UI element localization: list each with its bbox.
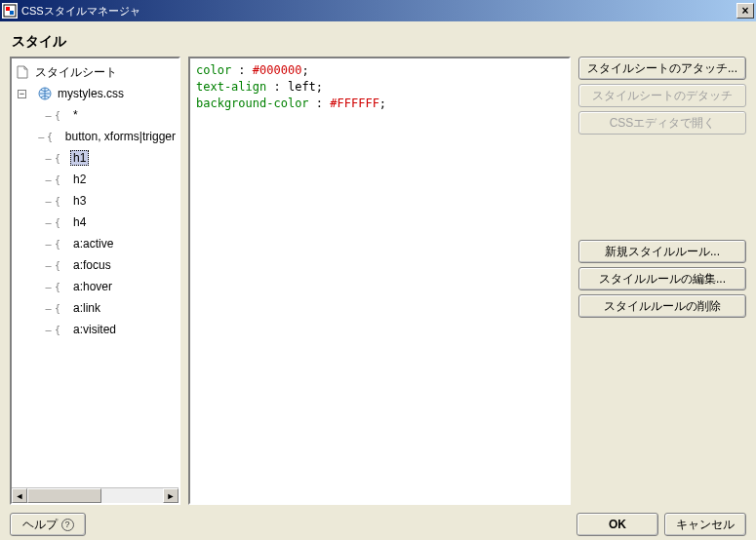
document-icon [16,65,29,79]
page-heading: スタイル [10,27,746,57]
detach-stylesheet-button: スタイルシートのデタッチ [578,84,746,107]
new-style-rule-button[interactable]: 新規スタイルルール... [578,240,746,263]
tree-rule[interactable]: –{ }h1 [15,147,179,169]
tree-branch-icon: – [44,195,53,207]
scroll-thumb[interactable] [27,488,101,503]
svg-text:{ }: { } [55,196,67,207]
edit-style-rule-button[interactable]: スタイルルールの編集... [578,267,746,290]
horizontal-scrollbar[interactable]: ◄ ► [12,487,179,503]
css-value: #000000 [253,63,302,77]
css-declaration: background-color : #FFFFFF; [196,96,563,112]
tree-rule-label: a:link [70,300,103,316]
svg-text:{ }: { } [55,239,67,250]
open-css-editor-button: CSSエディタで開く [578,111,746,135]
tree-file[interactable]: − mystyles.css [15,83,179,104]
tree-rule[interactable]: –{ }* [15,104,179,126]
tree-branch-icon: – [44,281,53,292]
css-value: left [288,80,316,94]
tree-rule[interactable]: –{ }h4 [15,212,179,233]
tree-rule[interactable]: –{ }a:focus [15,254,179,276]
delete-style-rule-button[interactable]: スタイルルールの削除 [578,294,746,318]
tree-rule-label: a:active [70,236,116,251]
tree-rule-label: a:focus [70,257,114,273]
css-property: text-align [196,80,266,94]
close-button[interactable]: × [736,3,754,19]
svg-text:{ }: { } [55,282,67,292]
css-rule-icon: { } [46,130,60,143]
tree-rule-label: a:visited [70,322,119,337]
svg-rect-2 [10,11,14,15]
svg-text:{ }: { } [55,153,67,164]
tree-rule[interactable]: –{ }button, xforms|trigger [15,126,179,147]
tree-rule[interactable]: –{ }h2 [15,169,179,190]
scroll-left-button[interactable]: ◄ [12,488,27,503]
tree-rule-label: * [70,107,81,123]
tree-branch-icon: – [44,152,53,164]
tree-rule[interactable]: –{ }a:visited [15,319,179,340]
tree-root[interactable]: スタイルシート [15,61,179,83]
svg-rect-1 [6,7,10,11]
tree-branch-icon: – [44,302,53,314]
help-label: ヘルプ [22,517,58,533]
app-icon [2,3,18,19]
svg-text:{ }: { } [55,217,67,228]
stylesheet-tree[interactable]: スタイルシート − mystyles.css –{ }*–{ }button, … [10,57,180,505]
titlebar: CSSスタイルマネージャ × [0,0,756,21]
attach-stylesheet-button[interactable]: スタイルシートのアタッチ... [578,57,746,80]
tree-rule-label: h1 [70,150,89,166]
tree-rule-label: a:hover [70,279,115,294]
side-button-panel: スタイルシートのアタッチ... スタイルシートのデタッチ CSSエディタで開く … [578,57,746,505]
css-rule-icon: { } [54,151,67,165]
svg-text:{ }: { } [55,174,67,185]
tree-branch-icon: – [44,174,53,185]
tree-rule[interactable]: –{ }a:link [15,297,179,319]
css-rule-icon: { } [54,301,67,315]
css-rule-icon: { } [54,173,67,186]
css-rule-icon: { } [54,194,67,208]
tree-branch-icon: – [38,131,45,142]
css-rule-icon: { } [54,323,67,336]
help-icon: ? [61,519,74,531]
svg-text:{ }: { } [55,110,67,121]
css-property: background-color [196,96,309,110]
css-rule-icon: { } [54,280,67,293]
tree-rule-label: h2 [70,172,89,187]
tree-rule[interactable]: –{ }h3 [15,190,179,212]
scroll-track[interactable] [27,488,163,503]
dialog-button-row: ヘルプ ? OK キャンセル [10,505,746,536]
tree-branch-icon: – [44,109,53,121]
window-title: CSSスタイルマネージャ [21,4,736,19]
svg-text:{ }: { } [47,132,60,142]
css-rule-icon: { } [54,237,67,251]
css-rule-icon: { } [54,215,67,229]
tree-branch-icon: – [44,324,53,335]
css-detail-pane: color : #000000;text-align : left;backgr… [188,57,571,505]
tree-rule-label: h4 [70,214,89,230]
css-rule-icon: { } [54,108,67,122]
css-file-icon [38,87,52,100]
css-rule-icon: { } [54,258,67,272]
css-value: #FFFFFF [330,96,379,110]
cancel-button[interactable]: キャンセル [664,513,746,536]
svg-text:{ }: { } [55,303,67,314]
tree-rule[interactable]: –{ }a:hover [15,276,179,297]
css-declaration: text-align : left; [196,79,563,96]
ok-button[interactable]: OK [577,513,658,536]
tree-rule[interactable]: –{ }a:active [15,233,179,254]
tree-branch-icon: – [44,216,53,228]
scroll-right-button[interactable]: ► [163,488,179,503]
tree-rule-label: h3 [70,193,89,209]
svg-text:{ }: { } [55,325,67,335]
tree-branch-icon: – [44,238,53,250]
css-declaration: color : #000000; [196,62,563,79]
tree-file-label: mystyles.css [55,86,127,101]
svg-text:{ }: { } [55,260,67,271]
tree-root-label: スタイルシート [32,63,120,82]
tree-branch-icon: – [44,259,53,271]
help-button[interactable]: ヘルプ ? [10,513,86,536]
tree-rule-label: button, xforms|trigger [62,129,179,144]
collapse-icon[interactable]: − [18,90,26,98]
css-property: color [196,63,231,77]
